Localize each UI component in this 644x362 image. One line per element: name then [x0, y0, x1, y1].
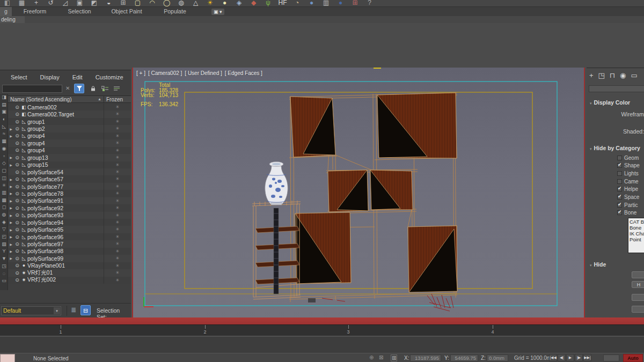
expand-arrow-icon[interactable]: ▶	[8, 199, 14, 203]
scene-object-row[interactable]: ▶ ⊙ ◺ group4 ✳	[8, 139, 131, 146]
frozen-icon[interactable]: ✳	[104, 168, 131, 175]
dock-tool-icon[interactable]: ◳	[0, 263, 8, 270]
viewport-menu-shading[interactable]: [ User Defined ]	[185, 70, 222, 76]
object-name[interactable]: Camera002	[27, 104, 104, 110]
auto-key-button[interactable]: Auto Key	[623, 354, 643, 362]
playback-button[interactable]: |▶	[575, 354, 583, 361]
dock-tool-icon[interactable]: ▫	[0, 153, 8, 160]
scene-object-row[interactable]: ▶ ⊙ ◺ polySurface54 ✳	[8, 168, 131, 175]
viewport-canvas[interactable]	[133, 68, 585, 317]
ribbon-tab[interactable]: Object Paint	[101, 7, 152, 16]
link-icon[interactable]: ⊕	[369, 354, 374, 360]
expand-tree-button[interactable]	[100, 84, 110, 93]
playback-button[interactable]: ▶▶|	[583, 354, 591, 361]
checkbox[interactable]: ✔	[617, 187, 622, 191]
object-name[interactable]: polySurface57	[27, 176, 104, 182]
frozen-column-header[interactable]: Frozen	[106, 97, 123, 102]
object-name[interactable]: group13	[27, 154, 104, 161]
scene-object-row[interactable]: ▶ ⊙ ◺ group13 ✳	[8, 154, 131, 161]
expand-arrow-icon[interactable]: ▶	[8, 206, 14, 210]
listbox-item[interactable]: Point	[630, 237, 644, 242]
playback-button[interactable]: ◀|	[558, 354, 566, 361]
object-name[interactable]: polySurface92	[27, 205, 104, 211]
visibility-eye-icon[interactable]: ⊙	[14, 176, 20, 182]
toolbar-icon[interactable]: HF	[275, 0, 290, 6]
timeline[interactable]: 1 2 3 4	[0, 324, 644, 336]
hide-button[interactable]	[632, 306, 644, 313]
hide-category-row[interactable]: ✔ Partic	[617, 202, 638, 208]
frozen-icon[interactable]: ✳	[104, 204, 131, 211]
viewport-menu-faces[interactable]: [ Edged Faces ]	[225, 70, 262, 76]
object-name[interactable]: polySurface96	[27, 234, 104, 240]
rollout-display-color[interactable]: ▾Display Color	[590, 99, 630, 106]
expand-arrow-icon[interactable]: ▶	[8, 127, 14, 131]
frozen-icon[interactable]: ✳	[104, 226, 131, 233]
toolbar-icon[interactable]: ◧	[0, 0, 14, 6]
visibility-eye-icon[interactable]: ⊙	[14, 162, 20, 167]
current-frame-field[interactable]	[603, 354, 619, 361]
dock-tool-icon[interactable]: ≡	[0, 182, 8, 189]
visibility-eye-icon[interactable]: ⊙	[14, 270, 20, 276]
frozen-icon[interactable]: ✳	[104, 277, 131, 284]
frozen-icon[interactable]: ✳	[104, 233, 131, 240]
scene-object-row[interactable]: ▶ ⊙ ◺ polySurface98 ✳	[8, 248, 131, 255]
scene-object-row[interactable]: ▶ ⊙ ✷ VR灯光002 ✳	[8, 277, 131, 284]
hide-category-row[interactable]: ✔ Space	[617, 194, 639, 201]
playback-button[interactable]: |◀◀	[549, 354, 557, 361]
object-name[interactable]: polySurface93	[27, 212, 104, 218]
ribbon-tab[interactable]: Populate	[152, 7, 197, 16]
visibility-eye-icon[interactable]: ⊙	[14, 119, 20, 124]
visibility-eye-icon[interactable]: ⊙	[14, 227, 20, 232]
scene-object-row[interactable]: ▶ ⊙ ◺ group4 ✳	[8, 147, 131, 154]
visibility-eye-icon[interactable]: ⊙	[14, 241, 20, 247]
explorer-column-header[interactable]: Name (Sorted Ascending) ▲ Frozen	[8, 95, 131, 103]
toolbar-icon[interactable]: ●	[333, 0, 348, 6]
visibility-eye-icon[interactable]: ⊙	[14, 198, 20, 203]
visibility-eye-icon[interactable]: ⊙	[14, 155, 20, 160]
hide-button[interactable]: H	[632, 281, 644, 288]
frozen-icon[interactable]: ✳	[104, 147, 131, 154]
scene-object-row[interactable]: ▶ ⊙ ◺ polySurface91 ✳	[8, 197, 131, 204]
dock-tool-icon[interactable]: ▢	[0, 167, 8, 175]
expand-arrow-icon[interactable]: ▶	[8, 184, 14, 188]
hide-category-row[interactable]: ✔ Came	[617, 178, 639, 184]
hide-button[interactable]	[632, 271, 644, 278]
scene-object-row[interactable]: ▶ ⊙ ◺ group2 ✳	[8, 125, 131, 132]
object-name[interactable]: VR灯光01	[27, 269, 104, 277]
visibility-eye-icon[interactable]: ⊙	[14, 112, 20, 117]
selection-lock-icon[interactable]: ⊠	[379, 354, 383, 360]
visibility-eye-icon[interactable]: ⊙	[14, 191, 20, 196]
visibility-eye-icon[interactable]: ⊙	[14, 169, 20, 175]
scene-object-row[interactable]: ▶ ⊙ ◺ polySurface96 ✳	[8, 233, 131, 240]
dock-tool-icon[interactable]: ◐	[0, 116, 8, 123]
display-stand[interactable]	[252, 201, 301, 299]
object-name[interactable]: polySurface99	[27, 255, 104, 262]
dock-tool-icon[interactable]: ◫	[0, 175, 8, 182]
frozen-icon[interactable]: ✳	[104, 190, 131, 197]
dock-tool-icon[interactable]: ◻	[0, 204, 8, 211]
frozen-icon[interactable]: ✳	[104, 262, 131, 269]
checkbox[interactable]: ✔	[617, 203, 622, 208]
frozen-icon[interactable]: ✳	[104, 197, 131, 204]
object-name[interactable]: VRayPlane001	[27, 262, 104, 269]
toolbar-icon[interactable]: ◆	[246, 0, 261, 6]
color-swatch[interactable]	[0, 354, 15, 362]
dock-tool-icon[interactable]: Y	[0, 248, 8, 255]
scene-object-row[interactable]: ▶ ⊙ ◧ Camera002.Target ✳	[8, 110, 131, 117]
toolbar-icon[interactable]: ?	[362, 0, 377, 6]
object-name[interactable]: Camera002.Target	[27, 111, 104, 117]
scene-object-row[interactable]: ▶ ⊙ ✷ VR灯光01 ✳	[8, 269, 131, 276]
object-name[interactable]: polySurface98	[27, 248, 104, 254]
command-panel-tab-icon[interactable]: ⊓	[610, 71, 615, 79]
bone-category-listbox[interactable]: CAT BoBoneIK ChainPoint	[628, 218, 644, 253]
visibility-eye-icon[interactable]: ⊙	[14, 212, 20, 218]
expand-arrow-icon[interactable]: ▶	[8, 134, 14, 138]
dock-tool-icon[interactable]: ▣	[0, 108, 8, 116]
checkbox[interactable]: ✔	[617, 210, 622, 215]
dock-tool-icon[interactable]: ▤	[0, 101, 8, 109]
visibility-eye-icon[interactable]: ⊙	[14, 263, 20, 268]
object-name[interactable]: polySurface97	[27, 241, 104, 247]
frozen-icon[interactable]: ✳	[104, 139, 131, 146]
scene-object-row[interactable]: ▶ ⊙ ◺ group15 ✳	[8, 161, 131, 168]
visibility-eye-icon[interactable]: ⊙	[14, 147, 20, 153]
